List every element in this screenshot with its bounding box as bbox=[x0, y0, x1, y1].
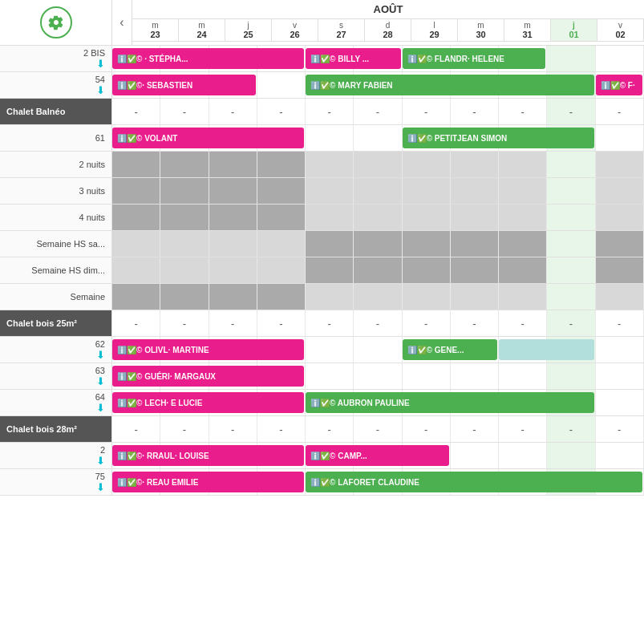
booking-bar[interactable]: ℹ️✅©· RRAUL· LOUISE bbox=[112, 445, 304, 466]
rate-cell bbox=[160, 231, 209, 257]
rate-cell bbox=[403, 178, 451, 204]
down-arrow-icon[interactable]: ⬇ bbox=[96, 84, 105, 96]
rate-cells bbox=[112, 178, 644, 204]
rate-cell bbox=[306, 284, 354, 310]
booking-bar[interactable]: ℹ️✅© GENE... bbox=[403, 339, 498, 360]
down-arrow-icon[interactable]: ⬇ bbox=[96, 58, 105, 70]
table-row: Semaine bbox=[0, 284, 644, 310]
rate-cell bbox=[451, 257, 499, 283]
dash-cell: - bbox=[257, 310, 306, 336]
booking-bar[interactable]: ℹ️✅© F· bbox=[596, 75, 642, 95]
top-header: ‹ AOÛT m23m24j25v26s27d28l29m30m31j01v02 bbox=[0, 0, 644, 46]
down-arrow-icon[interactable]: ⬇ bbox=[96, 349, 105, 361]
rate-cells bbox=[112, 284, 644, 310]
booking-bar[interactable]: ℹ️✅© LAFORET CLAUDINE bbox=[306, 472, 642, 492]
booking-bar[interactable]: ℹ️✅© BILLY ... bbox=[306, 48, 401, 69]
dash-cell: - bbox=[112, 310, 160, 336]
booking-label: 2⬇ bbox=[0, 443, 112, 468]
day-header-29: l29 bbox=[411, 19, 458, 42]
calendar-cell[interactable] bbox=[596, 46, 644, 71]
day-header-27: s27 bbox=[318, 19, 365, 42]
table-row: Chalet Balnéo----------- bbox=[0, 99, 644, 125]
booking-bar[interactable]: ℹ️✅© GUÉRI· MARGAUX bbox=[112, 366, 304, 387]
settings-button[interactable] bbox=[40, 6, 72, 38]
booking-bar[interactable]: ℹ️✅© MARY FABIEN bbox=[306, 75, 594, 95]
calendar-cell[interactable] bbox=[306, 363, 354, 389]
calendar-cell[interactable] bbox=[257, 72, 306, 98]
calendar-cell[interactable] bbox=[547, 443, 595, 468]
booking-bar[interactable]: ℹ️✅© AUBRON PAULINE bbox=[306, 392, 594, 413]
day-header-24: m24 bbox=[179, 19, 225, 42]
dash-cell: - bbox=[257, 99, 306, 124]
booking-cells: ℹ️✅©· REAU EMILIEℹ️✅© LAFORET CLAUDINE bbox=[112, 469, 644, 495]
calendar-cell[interactable] bbox=[354, 363, 402, 389]
booking-bar[interactable]: ℹ️✅© · STÉPHA... bbox=[112, 48, 304, 69]
booking-label: 62⬇ bbox=[0, 337, 112, 363]
calendar-cell[interactable] bbox=[354, 337, 402, 363]
section-cells: ----------- bbox=[112, 99, 644, 124]
booking-cells: ℹ️✅©· SEBASTIENℹ️✅© MARY FABIENℹ️✅© F· bbox=[112, 72, 644, 98]
rate-cell bbox=[547, 178, 595, 204]
booking-bar[interactable]: ℹ️✅© VOLANT bbox=[112, 128, 304, 148]
rate-cell bbox=[306, 152, 354, 177]
booking-cells: ℹ️✅© GUÉRI· MARGAUX bbox=[112, 363, 644, 389]
table-row: 62⬇ℹ️✅© OLIVL· MARTINEℹ️✅© GENE... bbox=[0, 337, 644, 363]
down-arrow-icon[interactable]: ⬇ bbox=[96, 481, 105, 493]
calendar-cell[interactable] bbox=[403, 363, 451, 389]
booking-bar[interactable]: ℹ️✅©· REAU EMILIE bbox=[112, 472, 304, 492]
rate-label: 4 nuits bbox=[0, 205, 112, 230]
booking-bar[interactable]: ℹ️✅© LECH· E LUCIE bbox=[112, 392, 304, 413]
prev-nav-button[interactable]: ‹ bbox=[112, 0, 132, 45]
rate-cell bbox=[209, 231, 257, 257]
rate-cell bbox=[403, 257, 451, 283]
calendar-cell[interactable] bbox=[547, 363, 595, 389]
rate-cells bbox=[112, 152, 644, 177]
rate-cell bbox=[209, 178, 257, 204]
calendar-cell[interactable] bbox=[596, 337, 644, 363]
booking-bar[interactable]: ℹ️✅© CAMP... bbox=[306, 445, 449, 466]
rate-cell bbox=[112, 178, 160, 204]
calendar-cell[interactable] bbox=[451, 363, 499, 389]
rate-cells bbox=[112, 231, 644, 257]
table-row: 3 nuits bbox=[0, 178, 644, 205]
down-arrow-icon[interactable]: ⬇ bbox=[96, 455, 105, 467]
rate-cell bbox=[209, 257, 257, 283]
rate-label: Semaine bbox=[0, 284, 112, 310]
rate-cell bbox=[403, 284, 451, 310]
calendar-cell[interactable] bbox=[306, 337, 354, 363]
rate-cell bbox=[306, 178, 354, 204]
booking-bar[interactable]: ℹ️✅© OLIVL· MARTINE bbox=[112, 339, 304, 360]
dash-cell: - bbox=[354, 310, 402, 336]
calendar-cell[interactable] bbox=[596, 443, 644, 468]
calendar-cell[interactable] bbox=[596, 390, 644, 415]
calendar-cell[interactable] bbox=[499, 443, 547, 468]
booking-label: 54⬇ bbox=[0, 72, 112, 98]
calendar-cell[interactable] bbox=[596, 125, 644, 151]
day-headers: m23m24j25v26s27d28l29m30m31j01v02 bbox=[132, 19, 644, 42]
calendar-cell[interactable] bbox=[306, 125, 354, 151]
booking-bar[interactable]: ℹ️✅© PETITJEAN SIMON bbox=[403, 128, 594, 148]
down-arrow-icon[interactable]: ⬇ bbox=[96, 375, 105, 387]
calendar-cell[interactable] bbox=[451, 443, 499, 468]
down-arrow-icon[interactable]: ⬇ bbox=[96, 402, 105, 414]
rate-cell bbox=[257, 257, 306, 283]
day-header-31: m31 bbox=[504, 19, 551, 42]
calendar-cell[interactable] bbox=[354, 125, 402, 151]
dash-cell: - bbox=[306, 99, 354, 124]
room-number: 61 bbox=[95, 133, 105, 143]
table-row: 54⬇ℹ️✅©· SEBASTIENℹ️✅© MARY FABIENℹ️✅© F… bbox=[0, 72, 644, 99]
booking-bar[interactable] bbox=[499, 339, 594, 360]
calendar-cell[interactable] bbox=[499, 363, 547, 389]
table-row: Chalet bois 25m²----------- bbox=[0, 310, 644, 337]
booking-bar[interactable]: ℹ️✅© FLANDR· HELENE bbox=[403, 48, 546, 69]
main-container: ‹ AOÛT m23m24j25v26s27d28l29m30m31j01v02… bbox=[0, 0, 644, 496]
calendar-cell[interactable] bbox=[547, 46, 595, 71]
dash-cell: - bbox=[596, 99, 644, 124]
calendar-cell[interactable] bbox=[596, 363, 644, 389]
table-row: 61ℹ️✅© VOLANTℹ️✅© PETITJEAN SIMON bbox=[0, 125, 644, 152]
booking-bar[interactable]: ℹ️✅©· SEBASTIEN bbox=[112, 75, 256, 95]
rate-cell bbox=[306, 231, 354, 257]
dash-cell: - bbox=[257, 416, 306, 442]
dash-cell: - bbox=[451, 416, 499, 442]
section-label: Chalet bois 25m² bbox=[0, 310, 112, 336]
